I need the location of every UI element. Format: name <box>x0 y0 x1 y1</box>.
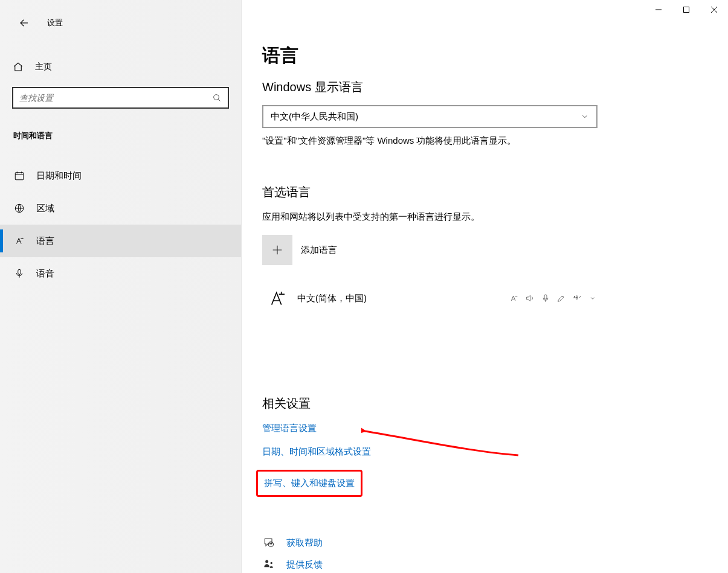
search-container <box>0 87 241 109</box>
nav-item-language[interactable]: 语言 <box>0 225 241 257</box>
help-icon <box>262 537 275 549</box>
give-feedback-link[interactable]: 提供反馈 <box>262 559 704 571</box>
speech-feature-icon <box>541 293 550 303</box>
plus-icon <box>262 235 292 265</box>
main-content: 语言 Windows 显示语言 中文(中华人民共和国) "设置"和"文件资源管理… <box>242 0 728 573</box>
language-item-left: 中文(简体，中国) <box>262 283 367 313</box>
language-a-icon <box>262 283 292 313</box>
link-admin-language[interactable]: 管理语言设置 <box>262 423 704 434</box>
add-language-button[interactable]: 添加语言 <box>262 235 704 265</box>
globe-icon <box>13 203 25 214</box>
nav-label: 语音 <box>36 268 54 280</box>
feedback-icon <box>262 559 275 571</box>
app-title: 设置 <box>47 18 63 28</box>
link-date-region-format[interactable]: 日期、时间和区域格式设置 <box>262 446 704 458</box>
language-item[interactable]: 中文(简体，中国) <box>262 280 598 317</box>
nav-label: 区域 <box>36 203 54 214</box>
page-title: 语言 <box>262 43 704 68</box>
get-help-label: 获取帮助 <box>286 537 323 549</box>
preferred-language-heading: 首选语言 <box>262 184 704 200</box>
spellcheck-feature-icon <box>572 293 582 303</box>
nav-item-region[interactable]: 区域 <box>0 192 241 225</box>
microphone-icon <box>13 268 25 279</box>
language-item-name: 中文(简体，中国) <box>297 293 367 304</box>
language-feature-icons <box>509 293 598 303</box>
nav-group-title: 时间和语言 <box>0 130 241 141</box>
handwriting-feature-icon <box>556 293 566 303</box>
svg-rect-1 <box>15 173 24 180</box>
home-nav-item[interactable]: 主页 <box>0 56 241 78</box>
back-button[interactable] <box>12 11 36 35</box>
close-button[interactable] <box>700 0 728 19</box>
preferred-language-description: 应用和网站将以列表中受支持的第一种语言进行显示。 <box>262 211 685 223</box>
search-input[interactable] <box>13 93 206 103</box>
display-language-heading: Windows 显示语言 <box>262 79 704 95</box>
tts-feature-icon <box>525 293 535 303</box>
maximize-button[interactable] <box>672 0 700 19</box>
header-row: 设置 <box>0 6 241 40</box>
calendar-icon <box>13 170 25 181</box>
sidebar: 设置 主页 时间和语言 日期和时间 <box>0 0 242 573</box>
display-feature-icon <box>509 293 519 303</box>
display-language-dropdown[interactable]: 中文(中华人民共和国) <box>262 105 598 128</box>
svg-rect-8 <box>684 7 689 13</box>
window-controls <box>645 0 728 19</box>
svg-point-7 <box>271 562 272 564</box>
related-settings-heading: 相关设置 <box>262 395 704 412</box>
svg-rect-4 <box>544 295 547 299</box>
give-feedback-label: 提供反馈 <box>286 559 323 571</box>
nav-label: 日期和时间 <box>36 170 82 182</box>
nav-item-speech[interactable]: 语音 <box>0 257 241 290</box>
nav-label: 语言 <box>36 235 54 247</box>
search-input-wrapper[interactable] <box>12 87 229 109</box>
display-language-value: 中文(中华人民共和国) <box>271 111 358 123</box>
language-a-icon <box>13 235 25 246</box>
svg-point-6 <box>265 560 268 563</box>
add-language-label: 添加语言 <box>301 245 337 256</box>
chevron-down-icon <box>581 112 589 121</box>
minimize-button[interactable] <box>645 0 672 19</box>
home-label: 主页 <box>35 62 52 72</box>
get-help-link[interactable]: 获取帮助 <box>262 537 704 549</box>
svg-rect-3 <box>18 269 21 274</box>
display-language-description: "设置"和"文件资源管理器"等 Windows 功能将使用此语言显示。 <box>262 135 685 147</box>
nav-item-date-time[interactable]: 日期和时间 <box>0 159 241 192</box>
home-icon <box>12 62 24 72</box>
options-down-icon <box>588 293 598 303</box>
link-spell-keyboard[interactable]: 拼写、键入和键盘设置 <box>256 470 362 497</box>
search-icon <box>206 93 228 103</box>
